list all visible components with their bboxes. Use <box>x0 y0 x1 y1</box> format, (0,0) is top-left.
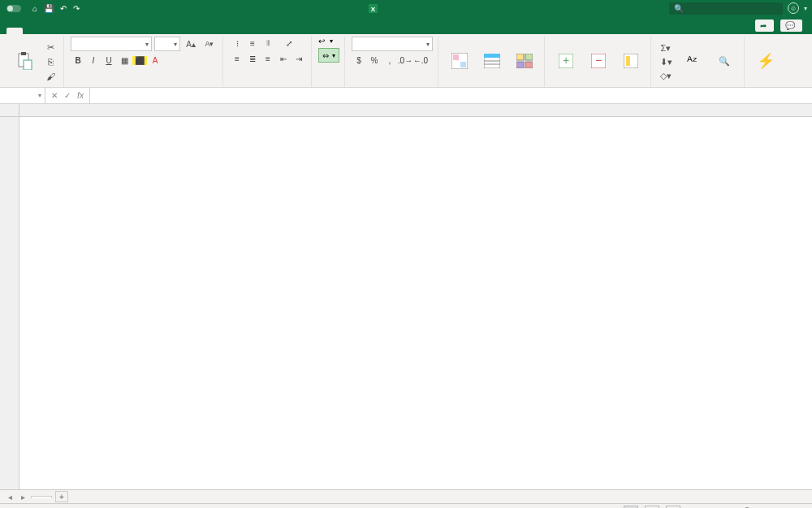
wrap-text-button[interactable]: ↩▾ <box>318 37 339 46</box>
increase-decimal-icon[interactable]: .0→ <box>398 54 412 67</box>
cell-styles-button[interactable] <box>510 50 539 73</box>
tab-draw[interactable] <box>42 28 58 34</box>
bold-button[interactable]: B <box>71 54 85 67</box>
chevron-down-icon[interactable]: ▾ <box>804 5 807 12</box>
formula-bar: ▾ ✕ ✓ fx <box>0 88 812 104</box>
tab-data[interactable] <box>96 28 112 34</box>
decrease-indent-icon[interactable]: ⇤ <box>276 52 291 65</box>
align-right-icon[interactable]: ≡ <box>261 52 275 65</box>
increase-indent-icon[interactable]: ⇥ <box>292 52 306 65</box>
undo-icon[interactable]: ↶ <box>60 4 67 13</box>
search-input[interactable] <box>687 4 778 13</box>
share-button[interactable]: ➦ <box>755 20 774 32</box>
align-top-icon[interactable]: ⫶ <box>230 37 244 50</box>
paste-icon <box>15 52 33 70</box>
status-bar: − + <box>0 503 812 508</box>
find-select-button[interactable]: 🔍 <box>710 50 739 73</box>
select-all-corner[interactable] <box>0 104 19 116</box>
row-headers <box>0 117 19 489</box>
ribbon: ✂ ⎘ 🖌 A▴ A▾ B I U ▦ ⬛ A <box>0 34 812 88</box>
cancel-formula-icon[interactable]: ✕ <box>49 91 60 100</box>
format-painter-icon[interactable]: 🖌 <box>42 70 58 83</box>
svg-rect-14 <box>516 62 524 68</box>
redo-icon[interactable]: ↷ <box>73 4 80 13</box>
paste-button[interactable] <box>10 50 39 73</box>
view-normal-icon[interactable] <box>624 506 638 509</box>
sort-icon: ᴬᶻ <box>683 52 701 70</box>
name-box[interactable]: ▾ <box>0 88 45 103</box>
svg-rect-4 <box>24 60 32 70</box>
comment-icon: 💬 <box>785 21 795 30</box>
svg-text:+: + <box>563 54 569 67</box>
delete-icon: − <box>590 52 607 70</box>
merge-icon: ⇔ <box>322 51 329 60</box>
search-icon: 🔍 <box>674 4 684 13</box>
format-icon <box>622 52 640 70</box>
tab-page-layout[interactable] <box>60 28 76 34</box>
title-bar: ⌂ 💾 ↶ ↷ X 🔍 ☺ ▾ <box>0 0 812 16</box>
increase-font-icon[interactable]: A▴ <box>183 37 199 50</box>
add-sheet-button[interactable]: + <box>55 491 68 502</box>
sheet-nav-prev-icon[interactable]: ▸ <box>18 493 28 501</box>
styles-icon <box>516 52 533 70</box>
format-as-table-button[interactable] <box>477 50 507 73</box>
merge-center-button[interactable]: ⇔▾ <box>318 48 339 63</box>
autosave-toggle[interactable] <box>5 5 23 12</box>
border-button[interactable]: ▦ <box>117 54 132 67</box>
sheet-nav-first-icon[interactable]: ◂ <box>5 493 15 501</box>
view-page-layout-icon[interactable] <box>645 506 659 509</box>
underline-button[interactable]: U <box>102 54 116 67</box>
comma-icon[interactable]: , <box>382 54 397 67</box>
sort-filter-button[interactable]: ᴬᶻ <box>677 50 706 73</box>
align-center-icon[interactable]: ≣ <box>245 52 260 65</box>
enter-formula-icon[interactable]: ✓ <box>62 91 73 100</box>
font-name-select[interactable] <box>71 37 152 51</box>
search-box[interactable]: 🔍 <box>669 2 783 15</box>
formula-input[interactable] <box>90 91 812 100</box>
percent-icon[interactable]: % <box>367 54 382 67</box>
clear-icon[interactable]: ◇▾ <box>658 69 674 82</box>
number-format-select[interactable] <box>352 37 433 51</box>
save-icon[interactable]: 💾 <box>44 4 54 13</box>
delete-cells-button[interactable]: − <box>584 50 613 73</box>
font-color-button[interactable]: A <box>148 54 162 67</box>
align-middle-icon[interactable]: ≡ <box>245 37 260 50</box>
cut-icon[interactable]: ✂ <box>42 41 58 54</box>
share-icon: ➦ <box>760 21 767 30</box>
tab-formulas[interactable] <box>78 28 94 34</box>
svg-rect-7 <box>460 62 466 67</box>
sheet-tab-sheet1[interactable] <box>31 496 52 498</box>
tab-home[interactable] <box>6 28 23 34</box>
comments-button[interactable]: 💬 <box>780 20 802 32</box>
format-cells-button[interactable] <box>616 50 646 73</box>
ideas-button[interactable]: ⚡ <box>751 50 780 73</box>
orientation-icon[interactable]: ⤢ <box>282 37 296 50</box>
find-icon: 🔍 <box>715 52 733 70</box>
tab-review[interactable] <box>114 28 130 34</box>
conditional-formatting-button[interactable] <box>445 50 474 73</box>
decrease-font-icon[interactable]: A▾ <box>201 37 218 50</box>
autosum-icon[interactable]: Σ▾ <box>658 41 674 54</box>
home-icon[interactable]: ⌂ <box>32 4 37 13</box>
currency-icon[interactable]: $ <box>352 54 366 67</box>
svg-rect-9 <box>484 54 500 58</box>
align-left-icon[interactable]: ≡ <box>230 52 244 65</box>
fill-color-button[interactable]: ⬛ <box>132 54 147 67</box>
tab-view[interactable] <box>132 28 148 34</box>
decrease-decimal-icon[interactable]: ←.0 <box>413 54 428 67</box>
font-size-select[interactable] <box>154 37 180 51</box>
ideas-icon: ⚡ <box>757 52 775 70</box>
feedback-icon[interactable]: ☺ <box>788 2 799 14</box>
align-bottom-icon[interactable]: ⫴ <box>261 37 275 50</box>
italic-button[interactable]: I <box>86 54 101 67</box>
fill-icon[interactable]: ⬇▾ <box>658 55 674 68</box>
tab-insert[interactable] <box>24 28 41 34</box>
svg-text:−: − <box>595 54 602 67</box>
spreadsheet-grid[interactable] <box>0 104 812 489</box>
copy-icon[interactable]: ⎘ <box>42 55 58 68</box>
view-page-break-icon[interactable] <box>666 506 680 509</box>
fx-icon[interactable]: fx <box>75 91 86 100</box>
wrap-icon: ↩ <box>318 37 325 46</box>
insert-cells-button[interactable]: + <box>551 50 581 73</box>
svg-rect-21 <box>626 56 630 66</box>
